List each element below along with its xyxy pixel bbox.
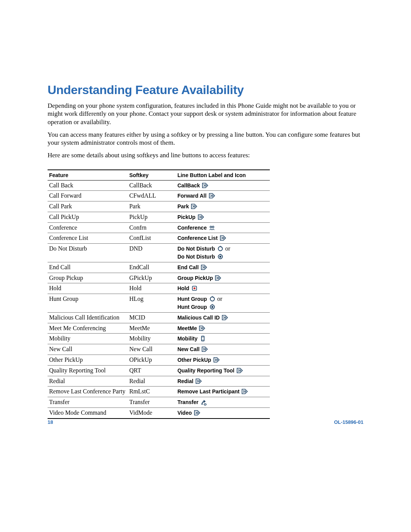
chev-icon [213, 357, 220, 363]
cell-feature: Do Not Disturb [48, 244, 128, 262]
table-row: RedialRedialRedial [48, 376, 270, 387]
transfer-icon [201, 399, 207, 405]
col-header-label: Line Button Label and Icon [176, 170, 270, 181]
cell-label: New Call [176, 344, 270, 355]
cell-label: Park [176, 201, 270, 212]
label-text: Park [177, 203, 190, 209]
cell-softkey: MCID [128, 312, 176, 323]
cell-feature: Hold [48, 283, 128, 294]
page-footer: 18 OL-15896-01 [48, 419, 363, 425]
table-row: Group PickupGPickUpGroup PickUp [48, 273, 270, 283]
label-text: Mobility [177, 335, 199, 342]
cell-softkey: Hold [128, 283, 176, 294]
cell-softkey: CallBack [128, 180, 176, 191]
cell-label: Quality Reporting Tool [176, 365, 270, 376]
cell-label: CallBack [176, 180, 270, 191]
cell-label: End Call [176, 262, 270, 273]
cell-feature: Quality Reporting Tool [48, 365, 128, 376]
cell-label: Hold [176, 283, 270, 294]
doc-id: OL-15896-01 [334, 419, 363, 425]
label-text: Remove Last Participant [177, 388, 241, 395]
chev-icon [198, 214, 204, 220]
cell-softkey: Confrn [128, 222, 176, 233]
cell-softkey: MeetMe [128, 323, 176, 334]
table-row: Meet Me ConferencingMeetMeMeetMe [48, 323, 270, 334]
cell-feature: Video Mode Command [48, 408, 128, 419]
table-row: Call BackCallBackCallBack [48, 180, 270, 191]
cell-softkey: Park [128, 201, 176, 212]
chev-icon [201, 264, 207, 270]
cell-softkey: PickUp [128, 212, 176, 222]
feature-table: Feature Softkey Line Button Label and Ic… [48, 169, 270, 419]
label-text: Malicious Call ID [177, 315, 221, 321]
cell-feature: Call PickUp [48, 212, 128, 222]
cell-feature: Other PickUp [48, 355, 128, 366]
cell-softkey: Redial [128, 376, 176, 387]
cell-feature: End Call [48, 262, 128, 273]
cell-feature: Call Forward [48, 191, 128, 201]
dnd-on-icon [217, 254, 224, 260]
cell-label: PickUp [176, 212, 270, 222]
cell-label: Forward All [176, 191, 270, 201]
label-text: Forward All [177, 193, 208, 199]
page-title: Understanding Feature Availability [48, 83, 363, 97]
table-row: MobilityMobilityMobility [48, 334, 270, 344]
cell-softkey: Mobility [128, 334, 176, 344]
table-row: Quality Reporting ToolQRTQuality Reporti… [48, 365, 270, 376]
cell-label: Conference List [176, 233, 270, 244]
table-row: Call ParkParkPark [48, 201, 270, 212]
table-row: Video Mode CommandVidModeVideo [48, 408, 270, 419]
cell-label: Other PickUp [176, 355, 270, 366]
chev-icon [242, 388, 248, 395]
cell-softkey: VidMode [128, 408, 176, 419]
label-text: Conference [177, 225, 208, 231]
chev-icon [196, 378, 202, 384]
table-row: Conference ListConfListConference List [48, 233, 270, 244]
label-text: Do Not Disturb [177, 246, 217, 252]
chev-icon [209, 193, 215, 199]
label-text: Other PickUp [177, 357, 213, 363]
col-header-feature: Feature [48, 170, 128, 181]
table-row: HoldHoldHold [48, 283, 270, 294]
cell-softkey: OPickUp [128, 355, 176, 366]
label-suffix: or [216, 296, 222, 302]
cell-label: Transfer [176, 397, 270, 408]
cell-feature: Transfer [48, 397, 128, 408]
chev-icon [191, 203, 198, 209]
label-text: Transfer [177, 399, 200, 405]
col-header-softkey: Softkey [128, 170, 176, 181]
label-text: Do Not Disturb [177, 254, 217, 260]
table-row: Remove Last Conference PartyRmLstCRemove… [48, 387, 270, 397]
table-body: Call BackCallBackCallBack Call ForwardCF… [48, 180, 270, 419]
label-text: Video [177, 410, 193, 416]
cell-softkey: Transfer [128, 397, 176, 408]
table-row: TransferTransferTransfer [48, 397, 270, 408]
label-text: Hunt Group [177, 296, 209, 302]
cell-softkey: QRT [128, 365, 176, 376]
cell-softkey: HLog [128, 294, 176, 313]
cell-softkey: EndCall [128, 262, 176, 273]
chev-icon [222, 315, 228, 321]
cell-feature: Mobility [48, 334, 128, 344]
intro-paragraph-1: Depending on your phone system configura… [48, 102, 363, 126]
cell-label: Video [176, 408, 270, 419]
cell-feature: Conference List [48, 233, 128, 244]
table-row: Call PickUpPickUpPickUp [48, 212, 270, 222]
table-row: Do Not DisturbDNDDo Not Disturb orDo Not… [48, 244, 270, 262]
label-text: Hold [177, 285, 191, 291]
cell-softkey: ConfList [128, 233, 176, 244]
label-text: Conference List [177, 235, 219, 241]
cell-feature: Redial [48, 376, 128, 387]
label-text: Group PickUp [177, 275, 214, 281]
cell-label: Redial [176, 376, 270, 387]
label-text: End Call [177, 264, 200, 270]
cell-feature: Call Back [48, 180, 128, 191]
table-row: Malicious Call IdentificationMCIDMalicio… [48, 312, 270, 323]
label-text: New Call [177, 346, 201, 352]
table-row: New CallNew CallNew Call [48, 344, 270, 355]
cell-label: Group PickUp [176, 273, 270, 283]
label-text: CallBack [177, 182, 201, 189]
intro-paragraph-3: Here are some details about using softke… [48, 151, 363, 159]
dnd-on-icon [209, 304, 216, 310]
cell-label: Hunt Group orHunt Group [176, 294, 270, 313]
